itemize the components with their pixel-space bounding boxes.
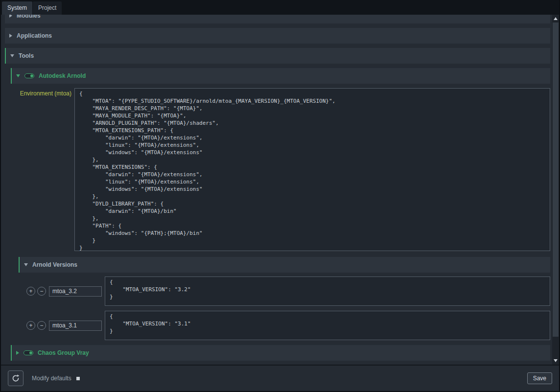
tab-bar: System Project — [1, 0, 559, 15]
environment-row: Environment (mtoa) { "MTOA": "{PYPE_STUD… — [5, 88, 550, 251]
section-label: Modules — [17, 15, 41, 19]
tab-project[interactable]: Project — [33, 1, 62, 15]
section-header-autodesk-arnold[interactable]: Autodesk Arnold — [11, 68, 550, 84]
settings-scroll-area: Modules Applications Tools Autodesk Arno… — [1, 15, 552, 365]
version-row: + − { "MTOA_VERSION": "3.2" } — [26, 277, 550, 306]
arrow-up-icon — [554, 17, 558, 20]
vertical-scrollbar[interactable] — [552, 15, 559, 365]
chevron-right-icon — [9, 15, 12, 18]
refresh-icon — [11, 374, 20, 383]
footer-bar: Modify defaults Save — [1, 365, 559, 391]
section-label: Arnold Versions — [32, 261, 77, 268]
section-header-modules[interactable]: Modules — [5, 15, 550, 23]
save-button[interactable]: Save — [527, 372, 552, 384]
plugin-label: Chaos Group Vray — [38, 349, 89, 356]
version-name-input[interactable] — [49, 286, 102, 297]
arnold-enabled-toggle[interactable] — [24, 73, 34, 78]
environment-json-textarea[interactable]: { "MTOA": "{PYPE_STUDIO_SOFTWARE}/arnold… — [74, 88, 550, 251]
chevron-down-icon — [16, 74, 20, 77]
modify-defaults-checkbox[interactable] — [76, 377, 80, 380]
section-header-applications[interactable]: Applications — [5, 28, 550, 44]
settings-window: System Project Modules Applications Tool… — [0, 0, 560, 392]
version-name-input[interactable] — [49, 321, 102, 331]
version-json-textarea[interactable]: { "MTOA_VERSION": "3.2" } — [105, 277, 550, 306]
section-header-arnold-versions[interactable]: Arnold Versions — [19, 257, 550, 273]
modify-defaults-label: Modify defaults — [32, 375, 71, 382]
section-header-tools[interactable]: Tools — [5, 48, 550, 64]
refresh-button[interactable] — [8, 370, 23, 386]
chevron-down-icon — [10, 54, 14, 57]
environment-label: Environment (mtoa) — [5, 88, 71, 251]
add-version-button[interactable]: + — [26, 287, 35, 296]
chevron-right-icon — [9, 34, 12, 38]
tab-system[interactable]: System — [2, 1, 32, 15]
chevron-right-icon — [16, 351, 19, 355]
scrollbar-thumb[interactable] — [553, 23, 559, 337]
remove-version-button[interactable]: − — [37, 321, 46, 330]
scroll-up-button[interactable] — [552, 15, 559, 22]
add-version-button[interactable]: + — [26, 321, 35, 330]
remove-version-button[interactable]: − — [37, 287, 46, 296]
section-header-chaos-group-vray[interactable]: Chaos Group Vray — [11, 345, 550, 361]
vray-enabled-toggle[interactable] — [23, 350, 33, 355]
version-row: + − { "MTOA_VERSION": "3.1" } — [26, 311, 550, 340]
version-json-textarea[interactable]: { "MTOA_VERSION": "3.1" } — [105, 311, 550, 340]
arrow-down-icon — [554, 359, 558, 362]
settings-main: Modules Applications Tools Autodesk Arno… — [1, 15, 559, 365]
section-label: Applications — [17, 32, 52, 39]
scroll-down-button[interactable] — [552, 357, 559, 364]
chevron-down-icon — [24, 263, 28, 266]
plugin-label: Autodesk Arnold — [39, 72, 86, 79]
section-label: Tools — [19, 52, 34, 59]
